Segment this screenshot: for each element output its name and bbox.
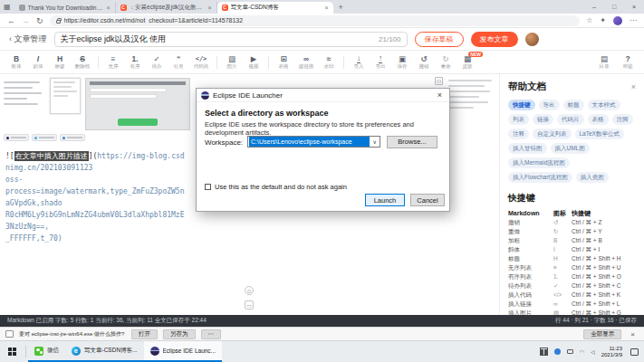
export-button[interactable]: ↑导出 (373, 54, 388, 71)
browser-tab-2[interactable]: C ：安装eclipse及jdk汉化教程-CSDN × (116, 2, 217, 14)
help-tag[interactable]: LaTeX数学公式 (575, 129, 624, 139)
tab-close-icon[interactable]: × (207, 5, 211, 11)
browser-tab-3-active[interactable]: C 写文章-CSDN博客 × (217, 2, 333, 14)
code-block-button[interactable]: </>代码块 (193, 55, 209, 70)
back-icon[interactable]: ← (7, 16, 15, 25)
bold-icon: B (14, 55, 19, 63)
article-manage-link[interactable]: ‹ 文章管理 (9, 33, 47, 45)
tab-close-icon[interactable]: × (324, 5, 328, 11)
browser-profile-avatar[interactable] (613, 16, 622, 25)
checkbox[interactable] (205, 184, 211, 190)
start-button[interactable] (0, 341, 24, 362)
download-show-all-button[interactable]: 全部显示 (583, 329, 621, 339)
help-tag[interactable]: 表格 (588, 114, 609, 125)
download-bar-close-icon[interactable]: × (630, 330, 635, 338)
volume-icon[interactable]: ◁ (591, 348, 595, 355)
insert-table-button[interactable]: ⊞表格 (276, 55, 291, 70)
download-save-as-button[interactable]: 另存为 (163, 329, 196, 339)
help-tag[interactable]: 插入Mermaid流程图 (508, 157, 570, 168)
insert-image-button[interactable]: ▨图片 (225, 55, 239, 70)
taskbar-app-wechat[interactable]: 微信 (28, 341, 65, 362)
download-more-button[interactable]: ⋯ (201, 329, 222, 339)
layout-toggle-icon[interactable]: ▭ (245, 300, 254, 310)
dialog-close-icon[interactable]: × (435, 90, 445, 100)
embedded-image-preview (0, 74, 192, 132)
input-method-icon[interactable] (540, 348, 548, 356)
reload-icon[interactable]: ↻ (36, 16, 43, 25)
shortcut-row-keys: Ctrl / ⌘ + Shift + G (572, 309, 636, 315)
action-center-icon[interactable] (630, 348, 639, 356)
help-tag[interactable]: 插入UML图 (551, 143, 590, 154)
markdown-source-text[interactable]: ![在文章中插入图片描述](https://img-blog.csdnimg.c… (0, 143, 192, 244)
window-close-button[interactable]: × (624, 0, 644, 13)
url-input[interactable]: https://editor.csdn.net/md/not_checkout=… (50, 15, 581, 26)
help-tag[interactable]: 插入类图 (576, 172, 609, 183)
sidebar-close-icon[interactable]: × (631, 82, 636, 91)
dialog-title-bar[interactable]: Eclipse IDE Launcher × (197, 89, 449, 102)
launch-button[interactable]: Launch (365, 194, 405, 206)
help-tag[interactable]: 标题 (563, 100, 584, 110)
sync-scroll-icon[interactable]: ⊙ (245, 286, 254, 295)
insert-link-button[interactable]: ∞超链接 (298, 55, 314, 70)
browser-menu-icon[interactable]: ⋯ (630, 16, 637, 24)
tab-search-icon[interactable]: ▦ (4, 3, 11, 11)
markdown-source-pane[interactable]: ![在文章中插入图片描述](https://img-blog.csdnimg.c… (0, 74, 192, 315)
taskbar-app-edge[interactable]: e 写文章-CSDN博客... (65, 341, 144, 362)
tray-app-icon[interactable] (554, 348, 561, 355)
import-button[interactable]: ↓导入 (351, 54, 366, 71)
address-bar-actions: ☆ ✦ ⋯ (586, 16, 637, 25)
heading-button[interactable]: H标题 (53, 55, 67, 70)
save-draft-button[interactable]: 保存草稿 (415, 32, 464, 47)
new-tab-button[interactable]: + (339, 3, 343, 12)
workspace-combobox[interactable]: C:\Users\Lenovo\eclipse-workspace ∨ (247, 136, 380, 148)
theme-skin-button[interactable]: ▦皮肤NEW (460, 55, 475, 70)
undo-button[interactable]: ↺撤销 (417, 55, 431, 70)
watermark-button[interactable]: ≈水印 (322, 55, 336, 70)
save-button[interactable]: ▣保存 (395, 55, 409, 70)
browse-button[interactable]: Browse... (387, 136, 437, 148)
quote-button[interactable]: “引用 (171, 55, 186, 70)
help-tag[interactable]: 列表 (508, 114, 529, 125)
unordered-list-button[interactable]: ≡无序 (106, 55, 120, 70)
help-tag[interactable]: 代码片 (557, 114, 584, 125)
window-maximize-button[interactable]: □ (604, 0, 624, 13)
default-workspace-checkbox-row[interactable]: Use this as the default and do not ask a… (205, 183, 347, 191)
help-button[interactable]: ?帮助 (620, 55, 635, 70)
help-tag[interactable]: 插入Flowchart流程图 (508, 172, 572, 183)
favorite-star-icon[interactable]: ☆ (586, 16, 592, 24)
combobox-dropdown-icon[interactable]: ∨ (370, 138, 380, 145)
article-title-input[interactable]: 关于eclipse jdk以及汉化 使用 21/100 (54, 32, 408, 47)
todo-list-button[interactable]: ✓待办 (149, 55, 164, 70)
help-tag[interactable]: 注释 (508, 129, 529, 139)
network-icon[interactable]: ◠ (580, 348, 584, 355)
browser-tab-1[interactable]: Thank You for Downloading Ecli × (14, 2, 116, 14)
italic-button[interactable]: I斜体 (31, 55, 45, 70)
help-tag[interactable]: 导出 (539, 100, 560, 110)
insert-video-button[interactable]: ▶视频 (246, 55, 261, 70)
toolbar-separator (216, 56, 217, 69)
help-tag[interactable]: 链接 (533, 114, 553, 125)
forward-icon[interactable]: → (22, 16, 30, 25)
collapse-panel-icon[interactable]: ⊡ (435, 77, 443, 85)
help-tag[interactable]: 自定义列表 (533, 129, 572, 139)
ordered-list-button[interactable]: 1.有序 (128, 55, 142, 70)
taskbar-clock[interactable]: 11:23 2021/3/9 (601, 346, 622, 358)
shortcut-row-keys: Ctrl / ⌘ + Y (572, 227, 636, 236)
cancel-button[interactable]: Cancel (410, 194, 445, 206)
publish-article-button[interactable]: 发布文章 (471, 32, 518, 47)
download-open-button[interactable]: 打开 (131, 329, 158, 339)
battery-icon[interactable] (567, 349, 573, 354)
help-tag[interactable]: 注脚 (612, 114, 633, 125)
redo-button[interactable]: ↻重做 (438, 55, 453, 70)
window-minimize-button[interactable]: – (584, 0, 604, 13)
collections-icon[interactable]: ✦ (600, 16, 606, 24)
strikethrough-button[interactable]: S删除线 (74, 55, 91, 70)
help-tag[interactable]: 文本样式 (588, 100, 620, 110)
outline-toc-button[interactable]: ▤目录 (597, 55, 611, 70)
help-tag[interactable]: 插入甘特图 (508, 143, 547, 154)
taskbar-app-eclipse[interactable]: Eclipse IDE Launc... (144, 341, 223, 362)
bold-button[interactable]: B粗体 (9, 55, 24, 70)
help-tag-shortcuts[interactable]: 快捷键 (508, 100, 535, 110)
user-avatar[interactable] (525, 33, 539, 46)
tab-close-icon[interactable]: × (106, 5, 110, 11)
